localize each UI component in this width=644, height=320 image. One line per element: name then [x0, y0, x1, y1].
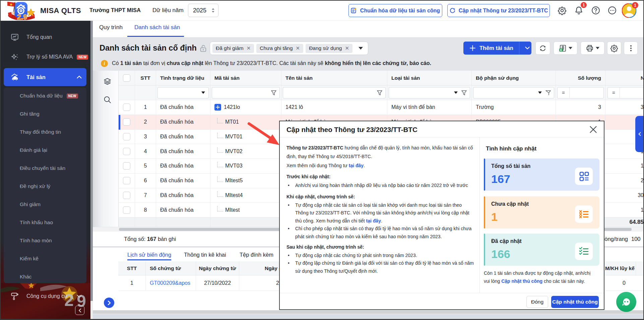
svg-text:2.9: 2.9 — [17, 13, 27, 20]
